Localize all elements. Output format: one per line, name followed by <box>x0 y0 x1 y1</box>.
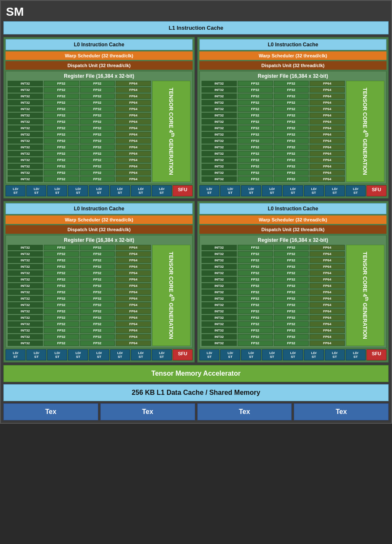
int32-cell: INT32 <box>202 132 237 137</box>
fp64-cell: FP64 <box>116 132 151 137</box>
register-grid-2: INT32 FP32 FP32 FP64 INT32 FP32 FP32 FP6… <box>8 245 151 346</box>
int32-cell: INT32 <box>202 125 237 131</box>
ldst-cell: LD/ST <box>262 349 282 360</box>
fp32-cell: FP32 <box>80 334 115 340</box>
warp-scheduler-1: Warp Scheduler (32 thread/clk) <box>199 51 386 60</box>
fp32-cell: FP32 <box>238 328 273 333</box>
ldst-cell: LD/ST <box>47 185 67 196</box>
tex-cell-1: Tex <box>100 403 195 420</box>
int32-cell: INT32 <box>202 138 237 144</box>
fp64-cell: FP64 <box>116 340 151 346</box>
table-row: INT32 FP32 FP32 FP64 <box>202 100 345 105</box>
ldst-cell: LD/ST <box>47 349 67 360</box>
fp64-cell: FP64 <box>310 340 345 346</box>
sub-unit-0: L0 Instruction Cache Warp Scheduler (32 … <box>3 37 195 198</box>
fp32-cell: FP32 <box>274 289 309 295</box>
fp32-cell: FP32 <box>44 106 79 112</box>
register-file-container-2: Register File (16,384 x 32-bit) INT32 FP… <box>6 235 193 348</box>
fp32-cell: FP32 <box>238 138 273 144</box>
fp32-cell: FP32 <box>274 315 309 320</box>
fp64-cell: FP64 <box>310 87 345 93</box>
fp32-cell: FP32 <box>238 144 273 150</box>
fp64-cell: FP64 <box>116 164 151 169</box>
int32-cell: INT32 <box>8 87 43 93</box>
fp32-cell: FP32 <box>80 309 115 314</box>
fp32-cell: FP32 <box>80 132 115 137</box>
fp32-cell: FP32 <box>44 302 79 308</box>
register-compute-row-2: INT32 FP32 FP32 FP64 INT32 FP32 FP32 FP6… <box>8 245 190 346</box>
table-row: INT32 FP32 FP32 FP64 <box>202 340 345 346</box>
ldst-cell: LD/ST <box>110 349 130 360</box>
sm-container: SM L1 Instruction Cache L0 Instruction C… <box>0 0 392 424</box>
fp64-cell: FP64 <box>310 113 345 118</box>
ldst-cell: LD/ST <box>68 349 88 360</box>
fp64-cell: FP64 <box>116 87 151 93</box>
ldst-cell: LD/ST <box>325 185 345 196</box>
fp64-cell: FP64 <box>310 328 345 333</box>
int32-cell: INT32 <box>8 270 43 276</box>
fp64-cell: FP64 <box>310 258 345 263</box>
fp64-cell: FP64 <box>310 100 345 105</box>
int32-cell: INT32 <box>202 334 237 340</box>
fp32-cell: FP32 <box>44 258 79 263</box>
fp64-cell: FP64 <box>310 144 345 150</box>
fp32-cell: FP32 <box>44 283 79 289</box>
int32-cell: INT32 <box>8 138 43 144</box>
fp32-cell: FP32 <box>238 251 273 257</box>
table-row: INT32 FP32 FP32 FP64 <box>202 289 345 295</box>
table-row: INT32 FP32 FP32 FP64 <box>202 321 345 327</box>
register-file-container-0: Register File (16,384 x 32-bit) INT32 FP… <box>6 71 193 184</box>
table-row: INT32 FP32 FP32 FP64 <box>202 132 345 137</box>
tensor-core-box-3: TENSOR CORE 4th GENERATION <box>346 245 384 346</box>
ldst-cell: LD/ST <box>304 349 324 360</box>
table-row: INT32 FP32 FP32 FP64 <box>202 164 345 169</box>
table-row: INT32 FP32 FP32 FP64 <box>202 138 345 144</box>
int32-cell: INT32 <box>8 119 43 125</box>
table-row: INT32 FP32 FP32 FP64 <box>202 170 345 176</box>
ldst-cell: LD/ST <box>283 349 303 360</box>
int32-cell: INT32 <box>202 94 237 99</box>
int32-cell: INT32 <box>202 170 237 176</box>
fp32-cell: FP32 <box>80 270 115 276</box>
ldst-cell: LD/ST <box>110 185 130 196</box>
fp64-cell: FP64 <box>310 81 345 86</box>
table-row: INT32 FP32 FP32 FP64 <box>202 119 345 125</box>
fp32-cell: FP32 <box>238 315 273 320</box>
register-grid-1: INT32 FP32 FP32 FP64 INT32 FP32 FP32 FP6… <box>202 81 345 182</box>
fp32-cell: FP32 <box>274 296 309 301</box>
fp32-cell: FP32 <box>238 113 273 118</box>
fp32-cell: FP32 <box>238 106 273 112</box>
register-file-title-3: Register File (16,384 x 32-bit) <box>202 237 384 243</box>
fp32-cell: FP32 <box>274 321 309 327</box>
ldst-cell: LD/ST <box>304 185 324 196</box>
fp32-cell: FP32 <box>80 81 115 86</box>
fp32-cell: FP32 <box>274 138 309 144</box>
fp32-cell: FP32 <box>274 151 309 156</box>
ldst-cell: LD/ST <box>68 185 88 196</box>
fp32-cell: FP32 <box>44 334 79 340</box>
fp32-cell: FP32 <box>274 170 309 176</box>
table-row: INT32 FP32 FP32 FP64 <box>8 106 151 112</box>
tex-row: Tex Tex Tex Tex <box>3 403 389 420</box>
int32-cell: INT32 <box>202 251 237 257</box>
fp64-cell: FP64 <box>116 125 151 131</box>
fp64-cell: FP64 <box>116 258 151 263</box>
fp64-cell: FP64 <box>116 309 151 314</box>
fp32-cell: FP32 <box>80 258 115 263</box>
fp64-cell: FP64 <box>310 125 345 131</box>
fp32-cell: FP32 <box>44 315 79 320</box>
table-row: INT32 FP32 FP32 FP64 <box>202 264 345 269</box>
int32-cell: INT32 <box>8 113 43 118</box>
fp32-cell: FP32 <box>44 87 79 93</box>
int32-cell: INT32 <box>8 164 43 169</box>
sub-unit-1: L0 Instruction Cache Warp Scheduler (32 … <box>197 37 389 198</box>
l0-cache-1: L0 Instruction Cache <box>199 39 386 50</box>
int32-cell: INT32 <box>8 151 43 156</box>
int32-cell: INT32 <box>8 321 43 327</box>
int32-cell: INT32 <box>8 94 43 99</box>
table-row: INT32 FP32 FP32 FP64 <box>202 87 345 93</box>
fp32-cell: FP32 <box>44 94 79 99</box>
fp32-cell: FP32 <box>238 283 273 289</box>
int32-cell: INT32 <box>202 270 237 276</box>
fp32-cell: FP32 <box>274 309 309 314</box>
